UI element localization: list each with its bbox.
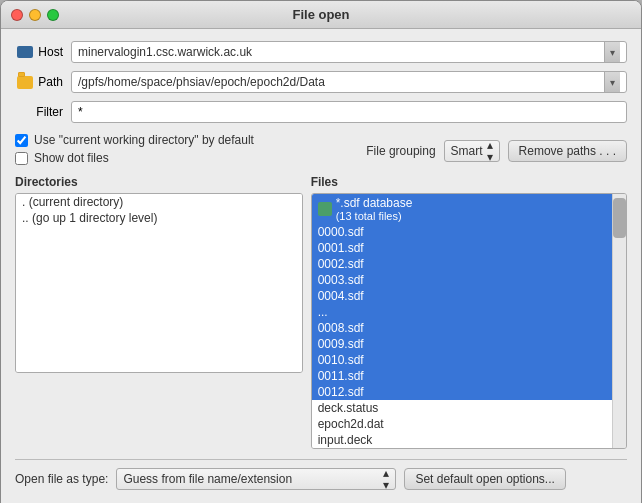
select-arrows: ▴ ▾ [487, 139, 493, 163]
file-item[interactable]: 0001.sdf [312, 240, 612, 256]
directories-list[interactable]: . (current directory) .. (go up 1 direct… [16, 194, 302, 372]
divider [15, 459, 627, 460]
set-default-button[interactable]: Set default open options... [404, 468, 565, 490]
filter-row: Filter [15, 101, 627, 123]
files-scrollbar-thumb[interactable] [613, 198, 626, 238]
list-item[interactable]: . (current directory) [16, 194, 302, 210]
window-controls [11, 9, 59, 21]
file-header-sub: (13 total files) [336, 210, 413, 222]
filter-label: Filter [15, 105, 71, 119]
file-grouping-area: File grouping Smart ▴ ▾ Remove paths . .… [366, 140, 627, 162]
file-item[interactable]: 0010.sdf [312, 352, 612, 368]
files-panel: Files *.sdf database (13 total files) 00… [311, 175, 627, 449]
file-grouping-value: Smart [451, 144, 483, 158]
host-row: Host [15, 41, 627, 63]
path-label: Path [38, 75, 63, 89]
open-as-label: Open file as type: [15, 472, 108, 486]
file-grouping-label: File grouping [366, 144, 435, 158]
use-cwd-row: Use "current working directory" by defau… [15, 133, 356, 147]
files-scrollbar[interactable] [612, 194, 626, 448]
file-item[interactable]: 0002.sdf [312, 256, 612, 272]
remove-paths-button[interactable]: Remove paths . . . [508, 140, 627, 162]
list-item[interactable]: .. (go up 1 directory level) [16, 210, 302, 226]
host-input[interactable] [78, 45, 604, 59]
maximize-button[interactable] [47, 9, 59, 21]
file-header-text: *.sdf database (13 total files) [336, 196, 413, 222]
file-item[interactable]: epoch2d.dat [312, 416, 612, 432]
host-icon [17, 46, 33, 58]
use-cwd-checkbox[interactable] [15, 134, 28, 147]
host-label-group: Host [15, 45, 71, 59]
file-item[interactable]: deck.status [312, 400, 612, 416]
directories-label: Directories [15, 175, 303, 189]
path-combo[interactable] [71, 71, 627, 93]
show-dot-row: Show dot files [15, 151, 356, 165]
path-input[interactable] [78, 75, 604, 89]
files-list-container: *.sdf database (13 total files) 0000.sdf… [311, 193, 627, 449]
file-item[interactable]: 0009.sdf [312, 336, 612, 352]
path-row: Path [15, 71, 627, 93]
file-grouping-select[interactable]: Smart ▴ ▾ [444, 140, 500, 162]
filter-input[interactable] [71, 101, 627, 123]
open-as-row: Open file as type: Guess from file name/… [15, 468, 627, 490]
file-item[interactable]: 0004.sdf [312, 288, 612, 304]
file-open-dialog: File open Host Path [0, 0, 642, 503]
close-button[interactable] [11, 9, 23, 21]
file-item[interactable]: 0011.sdf [312, 368, 612, 384]
file-item[interactable]: input.deck [312, 432, 612, 448]
window-title: File open [292, 7, 349, 22]
open-as-select[interactable]: Guess from file name/extension ▴ ▾ [116, 468, 396, 490]
file-item[interactable]: 0012.sdf [312, 384, 612, 400]
show-dot-checkbox[interactable] [15, 152, 28, 165]
open-as-arrows: ▴ ▾ [383, 467, 389, 491]
path-dropdown-arrow[interactable] [604, 72, 620, 92]
options-row: Use "current working directory" by defau… [15, 133, 627, 169]
window-content: Host Path Filter [1, 29, 641, 503]
host-dropdown-arrow[interactable] [604, 42, 620, 62]
host-label: Host [38, 45, 63, 59]
path-icon [17, 76, 33, 89]
file-item[interactable]: ... [312, 304, 612, 320]
directories-list-container: . (current directory) .. (go up 1 direct… [15, 193, 303, 373]
panels-row: Directories . (current directory) .. (go… [15, 175, 627, 449]
title-bar: File open [1, 1, 641, 29]
directories-panel: Directories . (current directory) .. (go… [15, 175, 303, 449]
minimize-button[interactable] [29, 9, 41, 21]
sdf-icon [318, 202, 332, 216]
path-label-group: Path [15, 75, 71, 89]
file-item[interactable]: 0003.sdf [312, 272, 612, 288]
show-dot-label: Show dot files [34, 151, 109, 165]
file-item[interactable]: 0008.sdf [312, 320, 612, 336]
files-list[interactable]: *.sdf database (13 total files) 0000.sdf… [312, 194, 612, 448]
file-header-name: *.sdf database [336, 196, 413, 210]
file-item[interactable]: 0000.sdf [312, 224, 612, 240]
file-group-header[interactable]: *.sdf database (13 total files) [312, 194, 612, 224]
host-combo[interactable] [71, 41, 627, 63]
files-label: Files [311, 175, 627, 189]
open-as-value: Guess from file name/extension [123, 472, 379, 486]
checkboxes-col: Use "current working directory" by defau… [15, 133, 356, 169]
use-cwd-label: Use "current working directory" by defau… [34, 133, 254, 147]
